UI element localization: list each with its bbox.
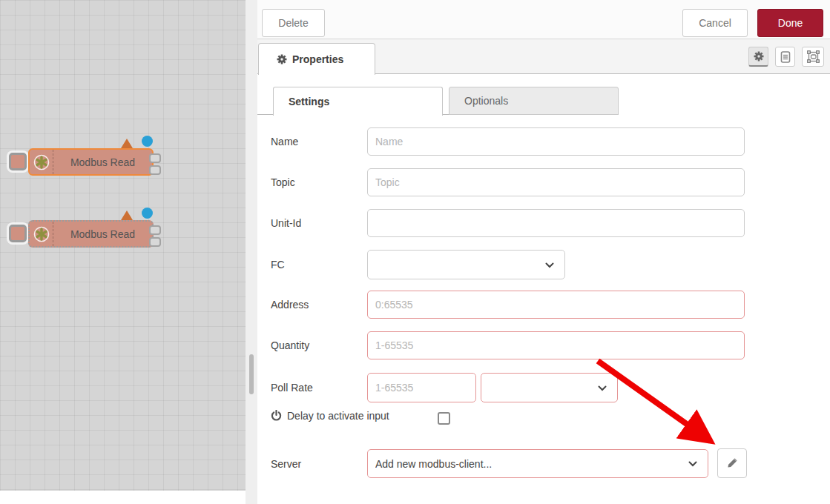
star-icon	[33, 154, 50, 170]
tray-resize-handle[interactable]	[249, 354, 254, 394]
poll-rate-unit-select[interactable]	[481, 373, 618, 402]
node-icon-zone	[30, 222, 53, 246]
name-label: Name	[271, 136, 298, 147]
star-icon	[33, 226, 50, 242]
address-input[interactable]	[367, 291, 745, 319]
node-output-port-2[interactable]	[149, 165, 161, 175]
unit-id-label: Unit-Id	[271, 217, 301, 229]
fc-select[interactable]	[367, 250, 565, 279]
properties-toolbar: Properties	[257, 39, 830, 74]
topic-label: Topic	[271, 176, 295, 188]
tab-optionals[interactable]: Optionals	[449, 87, 619, 115]
edit-server-button[interactable]	[717, 448, 747, 478]
delete-button[interactable]: Delete	[262, 9, 325, 37]
poll-rate-input[interactable]	[367, 373, 476, 402]
gear-icon	[277, 54, 287, 64]
quantity-label: Quantity	[271, 339, 309, 351]
server-label: Server	[271, 458, 301, 470]
gear-icon	[754, 51, 764, 62]
poll-rate-label: Poll Rate	[271, 382, 313, 394]
description-icon	[780, 51, 791, 63]
node-label: Modbus Read	[53, 222, 152, 246]
appearance-icon	[807, 50, 820, 63]
changed-badge-icon	[142, 208, 153, 219]
power-icon	[271, 410, 282, 422]
unconfigured-warning-icon	[121, 210, 133, 220]
quantity-input[interactable]	[367, 331, 745, 359]
flow-canvas[interactable]: Modbus Read Modbus Read	[0, 0, 246, 491]
edit-properties-button[interactable]	[748, 47, 768, 67]
delay-label: Delay to activate input	[287, 410, 389, 422]
edit-description-button[interactable]	[775, 47, 795, 67]
tray-header: Delete Cancel Done	[257, 0, 830, 39]
name-input[interactable]	[367, 127, 745, 156]
pencil-icon	[726, 457, 738, 469]
server-select[interactable]: Add new modbus-client...	[367, 449, 708, 478]
node-output-port-2[interactable]	[149, 237, 161, 247]
tab-settings[interactable]: Settings	[273, 87, 443, 116]
topic-input[interactable]	[367, 168, 745, 196]
properties-tab-label: Properties	[292, 53, 343, 65]
modbus-read-node[interactable]: Modbus Read	[28, 148, 154, 176]
node-input-port[interactable]	[9, 153, 27, 170]
unit-id-input[interactable]	[367, 209, 745, 237]
cancel-button[interactable]: Cancel	[682, 9, 748, 37]
edit-appearance-button[interactable]	[802, 47, 824, 67]
delay-checkbox[interactable]	[438, 412, 450, 425]
tab-properties[interactable]: Properties	[258, 43, 375, 75]
node-icon-zone	[30, 150, 53, 174]
edit-tray-panel: Delete Cancel Done Properties	[257, 0, 830, 504]
node-output-port-1[interactable]	[149, 225, 161, 235]
node-output-port-1[interactable]	[149, 153, 161, 163]
tray-resize-bar[interactable]	[246, 0, 257, 504]
changed-badge-icon	[142, 136, 153, 147]
unconfigured-warning-icon	[121, 139, 133, 148]
modbus-read-node[interactable]: Modbus Read	[28, 220, 154, 248]
address-label: Address	[271, 299, 309, 311]
fc-label: FC	[271, 259, 285, 271]
node-input-port[interactable]	[9, 225, 27, 242]
node-label: Modbus Read	[53, 150, 152, 174]
done-button[interactable]: Done	[757, 9, 823, 37]
